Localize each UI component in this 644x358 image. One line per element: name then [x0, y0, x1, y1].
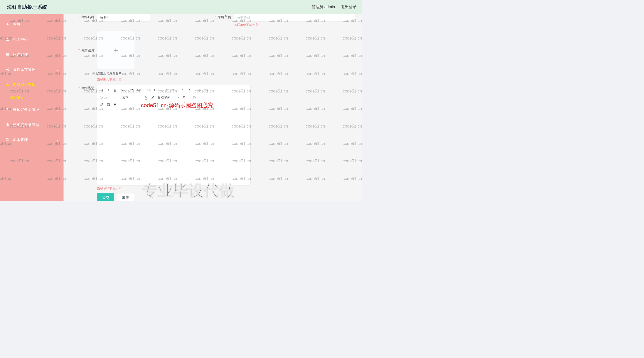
sidebar-item-unbooked-tables[interactable]: 未预定餐桌管理 ⌄	[0, 102, 64, 117]
svg-rect-26	[183, 98, 185, 98]
chevron-down-icon: ⌄	[56, 138, 59, 142]
svg-rect-2	[6, 54, 9, 55]
field-seafood-name: *海鲜名称 海鲜4 ⌄	[72, 14, 150, 21]
copy-icon	[6, 138, 10, 142]
svg-point-12	[172, 89, 172, 90]
ordered-list-button[interactable]: 123	[163, 87, 169, 93]
subscript-button[interactable]: X₂	[180, 87, 186, 93]
sidebar: 首页 个人中心 ⌄ 用户管理 ⌄	[0, 14, 64, 201]
svg-rect-17	[172, 91, 174, 91]
sidebar-item-turnover[interactable]: 流水管理 ⌄	[0, 132, 64, 147]
cancel-button[interactable]: 取消	[117, 194, 134, 201]
sidebar-item-label: 海鲜展示管理	[13, 82, 36, 87]
code-button[interactable]: </>	[136, 87, 142, 93]
label-seafood-price: 海鲜单价	[217, 15, 231, 19]
sidebar-item-label: 食物库存管理	[13, 67, 36, 72]
sidebar-item-profile[interactable]: 个人中心 ⌄	[0, 32, 64, 47]
svg-rect-7	[166, 89, 167, 90]
chevron-down-icon: ⌄	[56, 38, 59, 41]
chevron-down-icon: ▾	[178, 96, 179, 98]
chevron-down-icon: ⌄	[56, 123, 59, 126]
svg-rect-5	[6, 138, 8, 140]
save-button[interactable]	[112, 102, 118, 107]
svg-rect-22	[206, 90, 208, 90]
unordered-list-button[interactable]	[170, 87, 176, 93]
sidebar-item-booked-tables[interactable]: 已预定餐桌管理 ⌄	[0, 117, 64, 132]
submit-button[interactable]: 提交	[97, 194, 114, 201]
label-seafood-name: 海鲜名称	[80, 15, 94, 19]
sidebar-item-label: 未预定餐桌管理	[13, 107, 39, 112]
italic-button[interactable]: I	[106, 87, 111, 93]
rich-text-editor: B I U S ❝ </> H₁ H₂ 123	[97, 85, 250, 186]
seafood-price-placeholder: 海鲜单价	[236, 15, 250, 20]
logout-link[interactable]: 退出登录	[341, 4, 356, 10]
clear-format-button[interactable]: Tx	[192, 95, 197, 100]
editor-content[interactable]	[97, 110, 250, 186]
blockquote-button[interactable]: ❝	[129, 87, 135, 93]
underline-button[interactable]: U	[112, 87, 118, 93]
app-title: 海鲜自助餐厅系统	[7, 4, 47, 11]
font-size-select[interactable]: 14px▾	[99, 95, 120, 100]
text-style-select[interactable]: 文本▾	[121, 95, 142, 100]
sidebar-item-label: 用户管理	[13, 52, 28, 57]
sidebar-subitem-seafood-show[interactable]: 海鲜展示	[0, 92, 64, 102]
svg-rect-23	[206, 91, 208, 91]
seafood-price-error: 海鲜单价不能为空	[234, 23, 355, 27]
seafood-name-select[interactable]: 海鲜4 ⌄	[97, 14, 150, 21]
header: 海鲜自助餐厅系统 管理员 admin 退出登录	[0, 0, 362, 14]
svg-rect-11	[166, 91, 167, 91]
link-button[interactable]	[99, 102, 104, 107]
svg-text:3: 3	[165, 90, 166, 92]
svg-rect-19	[200, 90, 201, 90]
send-icon	[6, 68, 10, 72]
chevron-down-icon: ▾	[140, 96, 140, 98]
seafood-name-value: 海鲜4	[100, 15, 108, 20]
image-upload-hint: 点击上传海鲜图片	[97, 71, 135, 76]
svg-rect-21	[206, 89, 208, 89]
outdent-button[interactable]	[197, 87, 203, 93]
bold-button[interactable]: B	[99, 87, 104, 93]
h1-button[interactable]: H₁	[146, 87, 152, 93]
field-seafood-image: *海鲜图片 ＋ 点击上传海鲜图片 海鲜图片不能为空	[72, 31, 356, 82]
font-family-select[interactable]: 标准字体▾	[156, 95, 180, 100]
menu-icon	[6, 53, 10, 56]
sidebar-item-home[interactable]: 首页	[0, 17, 64, 32]
indent-button[interactable]	[204, 87, 210, 93]
sidebar-item-seafood-display[interactable]: 海鲜展示管理 ⌄	[0, 77, 64, 92]
sidebar-item-label: 已预定餐桌管理	[13, 122, 39, 127]
svg-rect-15	[172, 90, 174, 90]
bookmark-icon	[6, 108, 10, 112]
align-button[interactable]	[181, 95, 187, 100]
editor-toolbar: B I U S ❝ </> H₁ H₂ 123	[97, 85, 250, 110]
field-seafood-price: *海鲜单价 海鲜单价 海鲜单价不能为空	[208, 14, 355, 27]
header-right: 管理员 admin 退出登录	[312, 4, 356, 10]
svg-rect-9	[166, 90, 167, 90]
text-color-button[interactable]: A	[143, 95, 148, 100]
field-seafood-desc: *海鲜描述 B I U S ❝ </> H₁	[72, 85, 356, 201]
image-button[interactable]	[106, 102, 111, 107]
doc-icon	[6, 123, 10, 127]
svg-point-0	[7, 38, 8, 40]
svg-point-14	[172, 90, 172, 90]
svg-point-16	[172, 91, 172, 91]
desc-error: 海鲜描述不能为空	[97, 187, 250, 191]
h2-button[interactable]: H₂	[153, 87, 158, 93]
chevron-down-icon: ⌄	[56, 53, 59, 56]
superscript-button[interactable]: X²	[187, 87, 192, 93]
svg-rect-18	[199, 89, 201, 89]
svg-rect-30	[114, 105, 116, 106]
image-uploader[interactable]: ＋	[97, 31, 135, 69]
power-icon	[6, 83, 10, 87]
label-seafood-image: 海鲜图片	[80, 49, 94, 53]
chevron-up-icon: ⌄	[56, 83, 59, 87]
header-user[interactable]: 管理员 admin	[312, 4, 335, 10]
svg-rect-20	[199, 91, 201, 91]
svg-rect-3	[6, 55, 9, 55]
seafood-price-input[interactable]: 海鲜单价	[234, 14, 355, 21]
sidebar-item-users[interactable]: 用户管理 ⌄	[0, 47, 64, 62]
svg-rect-4	[7, 139, 9, 141]
chevron-down-icon: ⌄	[145, 16, 147, 19]
bg-color-button[interactable]	[150, 95, 155, 100]
strike-button[interactable]: S	[119, 87, 124, 93]
sidebar-item-food-stock[interactable]: 食物库存管理 ⌄	[0, 62, 64, 77]
